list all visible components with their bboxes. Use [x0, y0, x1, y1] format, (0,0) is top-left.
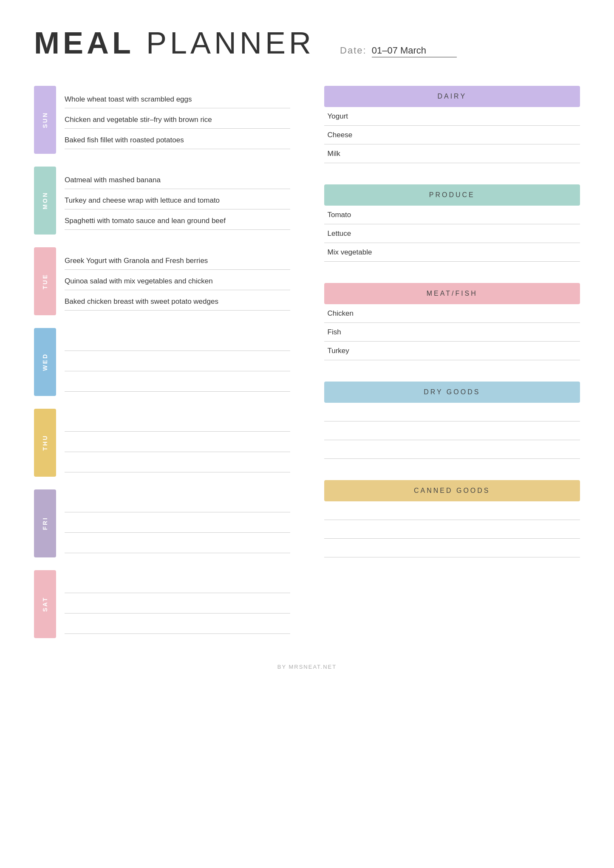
shopping-header-dry-goods: DRY GOODS — [324, 382, 580, 403]
shopping-items-canned-goods — [324, 501, 580, 557]
day-label-tue: TUE — [34, 247, 56, 315]
meal-item-wed-1 — [65, 353, 290, 371]
date-section: Date: 01–07 March — [340, 45, 457, 57]
shopping-section-produce: PRODUCETomatoLettuceMix vegetable — [324, 184, 580, 262]
meal-item-thu-0 — [65, 413, 290, 432]
day-label-text-mon: MON — [42, 192, 48, 209]
meal-item-mon-2: Spaghetti with tomato sauce and lean gro… — [65, 212, 290, 229]
date-value: 01–07 March — [372, 45, 457, 57]
day-label-fri: FRI — [34, 489, 56, 557]
footer-text: BY MRSNEAT.NET — [277, 664, 337, 670]
header: MEAL PLANNER Date: 01–07 March — [34, 25, 580, 60]
day-label-text-tue: TUE — [42, 274, 48, 289]
shopping-items-dry-goods — [324, 403, 580, 459]
day-label-text-wed: WED — [42, 353, 48, 371]
shopping-header-meat-fish: MEAT/FISH — [324, 283, 580, 304]
shopping-item-dry-goods-0 — [324, 403, 580, 421]
shopping-section-dry-goods: DRY GOODS — [324, 382, 580, 459]
shopping-item-dry-goods-2 — [324, 440, 580, 459]
shopping-item-meat-fish-2: Turkey — [324, 342, 580, 360]
day-row-thu: THU — [34, 409, 290, 477]
shopping-item-produce-0: Tomato — [324, 206, 580, 224]
day-meals-tue: Greek Yogurt with Granola and Fresh berr… — [65, 247, 290, 315]
date-label: Date: — [340, 45, 367, 56]
shopping-item-dairy-2: Milk — [324, 144, 580, 163]
day-label-text-sat: SAT — [42, 597, 48, 612]
shopping-item-produce-1: Lettuce — [324, 224, 580, 243]
shopping-items-produce: TomatoLettuceMix vegetable — [324, 206, 580, 262]
meal-item-thu-1 — [65, 433, 290, 452]
day-row-wed: WED — [34, 328, 290, 396]
day-meals-wed — [65, 328, 290, 396]
shopping-item-dry-goods-1 — [324, 421, 580, 440]
shopping-section-canned-goods: CANNED GOODS — [324, 480, 580, 557]
shopping-section-meat-fish: MEAT/FISHChickenFishTurkey — [324, 283, 580, 360]
meal-item-tue-2: Baked chicken breast with sweet potato w… — [65, 293, 290, 310]
footer: BY MRSNEAT.NET — [34, 664, 580, 670]
day-row-tue: TUEGreek Yogurt with Granola and Fresh b… — [34, 247, 290, 315]
day-label-sun: SUN — [34, 86, 56, 154]
day-label-mon: MON — [34, 167, 56, 235]
meal-item-fri-2 — [65, 534, 290, 553]
day-label-text-sun: SUN — [42, 112, 48, 128]
meal-item-wed-0 — [65, 332, 290, 351]
day-meals-fri — [65, 489, 290, 557]
day-meals-sat — [65, 570, 290, 638]
day-row-fri: FRI — [34, 489, 290, 557]
meal-item-wed-2 — [65, 373, 290, 392]
meal-item-mon-1: Turkey and cheese wrap with lettuce and … — [65, 192, 290, 209]
meal-item-thu-2 — [65, 454, 290, 472]
meal-item-tue-1: Quinoa salad with mix vegetables and chi… — [65, 272, 290, 290]
title-light: PLANNER — [134, 26, 314, 60]
meal-item-sun-2: Baked fish fillet with roasted potatoes — [65, 131, 290, 149]
meal-item-fri-0 — [65, 494, 290, 512]
shopping-item-meat-fish-1: Fish — [324, 323, 580, 342]
shopping-column: DAIRYYogurtCheeseMilkPRODUCETomatoLettuc… — [324, 86, 580, 638]
title-bold: MEAL — [34, 26, 134, 60]
day-row-sun: SUNWhole wheat toast with scrambled eggs… — [34, 86, 290, 154]
days-column: SUNWhole wheat toast with scrambled eggs… — [34, 86, 290, 638]
day-label-text-thu: THU — [42, 435, 48, 451]
meal-item-sat-0 — [65, 574, 290, 593]
meal-item-sun-0: Whole wheat toast with scrambled eggs — [65, 90, 290, 108]
page-title: MEAL PLANNER — [34, 25, 314, 60]
shopping-header-dairy: DAIRY — [324, 86, 580, 107]
day-label-text-fri: FRI — [42, 517, 48, 530]
shopping-item-meat-fish-0: Chicken — [324, 304, 580, 323]
shopping-header-canned-goods: CANNED GOODS — [324, 480, 580, 501]
shopping-item-canned-goods-0 — [324, 501, 580, 520]
day-meals-sun: Whole wheat toast with scrambled eggsChi… — [65, 86, 290, 154]
day-row-mon: MONOatmeal with mashed bananaTurkey and … — [34, 167, 290, 235]
day-label-wed: WED — [34, 328, 56, 396]
shopping-item-dairy-0: Yogurt — [324, 107, 580, 126]
shopping-item-dairy-1: Cheese — [324, 126, 580, 144]
meal-item-sat-2 — [65, 615, 290, 634]
shopping-items-dairy: YogurtCheeseMilk — [324, 107, 580, 163]
shopping-item-canned-goods-2 — [324, 539, 580, 557]
day-meals-thu — [65, 409, 290, 477]
meal-item-mon-0: Oatmeal with mashed banana — [65, 171, 290, 189]
day-label-sat: SAT — [34, 570, 56, 638]
day-row-sat: SAT — [34, 570, 290, 638]
meal-item-sat-1 — [65, 595, 290, 614]
shopping-item-canned-goods-1 — [324, 520, 580, 539]
shopping-section-dairy: DAIRYYogurtCheeseMilk — [324, 86, 580, 163]
day-meals-mon: Oatmeal with mashed bananaTurkey and che… — [65, 167, 290, 235]
meal-item-sun-1: Chicken and vegetable stir–fry with brow… — [65, 111, 290, 128]
meal-item-fri-1 — [65, 514, 290, 533]
shopping-items-meat-fish: ChickenFishTurkey — [324, 304, 580, 360]
shopping-item-produce-2: Mix vegetable — [324, 243, 580, 262]
day-label-thu: THU — [34, 409, 56, 477]
shopping-header-produce: PRODUCE — [324, 184, 580, 206]
meal-item-tue-0: Greek Yogurt with Granola and Fresh berr… — [65, 252, 290, 269]
